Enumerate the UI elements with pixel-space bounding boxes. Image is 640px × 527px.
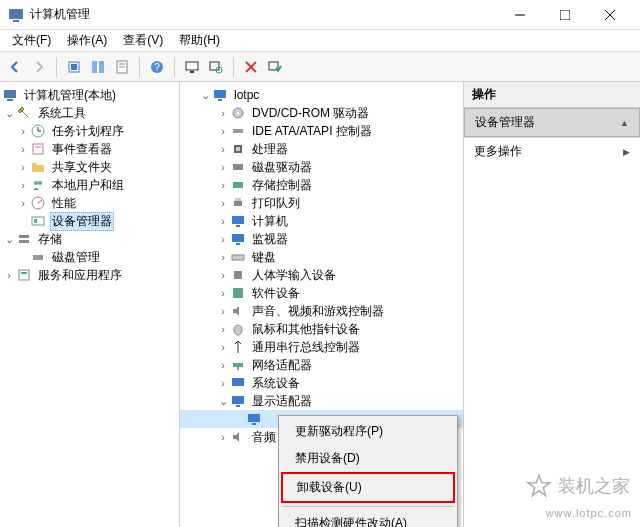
help-button[interactable]: ? (146, 56, 168, 78)
monitor-icon[interactable] (181, 56, 203, 78)
maximize-button[interactable] (542, 1, 587, 29)
expand-icon[interactable]: › (216, 287, 230, 299)
menu-view[interactable]: 查看(V) (115, 30, 171, 51)
watermark-url: www.lotpc.com (546, 507, 632, 519)
up-button[interactable] (63, 56, 85, 78)
expand-icon[interactable]: › (16, 197, 30, 209)
expand-icon[interactable]: › (216, 215, 230, 227)
device-audio-video[interactable]: ›声音、视频和游戏控制器 (180, 302, 463, 320)
show-hide-button[interactable] (87, 56, 109, 78)
expand-icon[interactable]: › (216, 233, 230, 245)
close-button[interactable] (587, 1, 632, 29)
device-dvd[interactable]: ›DVD/CD-ROM 驱动器 (180, 104, 463, 122)
expand-icon[interactable]: › (16, 161, 30, 173)
scan-icon[interactable] (205, 56, 227, 78)
device-monitor[interactable]: ›监视器 (180, 230, 463, 248)
ctx-update-driver[interactable]: 更新驱动程序(P) (281, 418, 455, 445)
collapse-icon[interactable]: ⌄ (2, 107, 16, 120)
actions-more[interactable]: 更多操作 ▶ (464, 138, 640, 165)
tree-local-users[interactable]: › 本地用户和组 (0, 176, 179, 194)
expand-icon[interactable]: › (216, 107, 230, 119)
tree-label: 磁盘管理 (50, 249, 102, 266)
console-tree[interactable]: 计算机管理(本地) ⌄ 系统工具 › 任务计划程序 › 事件查看器 › 共享文件… (0, 86, 179, 284)
tree-disk-mgmt[interactable]: 磁盘管理 (0, 248, 179, 266)
ctx-disable-device[interactable]: 禁用设备(D) (281, 445, 455, 472)
device-ide[interactable]: ›IDE ATA/ATAPI 控制器 (180, 122, 463, 140)
device-mouse[interactable]: ›鼠标和其他指针设备 (180, 320, 463, 338)
expand-icon[interactable]: › (216, 377, 230, 389)
expand-icon[interactable]: › (216, 431, 230, 443)
performance-icon (30, 195, 46, 211)
audio-io-icon (230, 429, 246, 445)
expand-icon[interactable]: › (216, 125, 230, 137)
tree-event-viewer[interactable]: › 事件查看器 (0, 140, 179, 158)
device-cpu[interactable]: ›处理器 (180, 140, 463, 158)
tree-performance[interactable]: › 性能 (0, 194, 179, 212)
ctx-uninstall-device[interactable]: 卸载设备(U) (281, 472, 455, 503)
device-computer[interactable]: ›计算机 (180, 212, 463, 230)
expand-icon[interactable]: › (16, 125, 30, 137)
expand-icon[interactable]: › (216, 341, 230, 353)
expand-icon[interactable]: › (216, 251, 230, 263)
svg-rect-39 (19, 270, 29, 280)
device-software[interactable]: ›软件设备 (180, 284, 463, 302)
expand-icon[interactable]: › (216, 359, 230, 371)
device-display[interactable]: ⌄显示适配器 (180, 392, 463, 410)
device-network[interactable]: ›网络适配器 (180, 356, 463, 374)
expand-icon[interactable]: › (2, 269, 16, 281)
menu-help[interactable]: 帮助(H) (171, 30, 228, 51)
expand-icon[interactable]: › (216, 323, 230, 335)
expand-icon[interactable]: › (216, 179, 230, 191)
tree-task-scheduler[interactable]: › 任务计划程序 (0, 122, 179, 140)
hid-icon (230, 267, 246, 283)
device-usb[interactable]: ›通用串行总线控制器 (180, 338, 463, 356)
device-system[interactable]: ›系统设备 (180, 374, 463, 392)
tree-device-manager[interactable]: 设备管理器 (0, 212, 179, 230)
device-tree[interactable]: ⌄ lotpc ›DVD/CD-ROM 驱动器 ›IDE ATA/ATAPI 控… (180, 86, 463, 446)
ctx-scan-hardware[interactable]: 扫描检测硬件改动(A) (281, 510, 455, 527)
svg-rect-54 (232, 234, 244, 242)
ide-icon (230, 123, 246, 139)
svg-rect-35 (19, 235, 29, 238)
services-icon (16, 267, 32, 283)
enable-icon[interactable] (264, 56, 286, 78)
device-hid[interactable]: ›人体学输入设备 (180, 266, 463, 284)
tree-storage[interactable]: ⌄ 存储 (0, 230, 179, 248)
device-disk[interactable]: ›磁盘驱动器 (180, 158, 463, 176)
expand-icon[interactable]: › (216, 197, 230, 209)
separator (174, 57, 175, 77)
menu-action[interactable]: 操作(A) (59, 30, 115, 51)
collapse-icon[interactable]: ⌄ (2, 233, 16, 246)
collapse-icon[interactable]: ⌄ (216, 395, 230, 408)
expand-icon[interactable]: › (16, 143, 30, 155)
tree-shared-folders[interactable]: › 共享文件夹 (0, 158, 179, 176)
expand-icon[interactable]: › (216, 161, 230, 173)
device-storage-ctrl[interactable]: ›存储控制器 (180, 176, 463, 194)
collapse-icon[interactable]: ⌄ (198, 89, 212, 102)
expand-icon[interactable]: › (216, 305, 230, 317)
svg-point-29 (34, 181, 38, 185)
actions-device-manager[interactable]: 设备管理器 ▲ (464, 108, 640, 137)
computer-icon (212, 87, 228, 103)
dvd-icon (230, 105, 246, 121)
storage-ctrl-icon (230, 177, 246, 193)
tree-label: 共享文件夹 (50, 159, 114, 176)
expand-icon[interactable]: › (216, 269, 230, 281)
delete-icon[interactable] (240, 56, 262, 78)
expand-icon[interactable]: › (16, 179, 30, 191)
tree-label: 服务和应用程序 (36, 267, 124, 284)
tree-label: 音频 (250, 429, 278, 446)
tree-services-apps[interactable]: › 服务和应用程序 (0, 266, 179, 284)
tree-system-tools[interactable]: ⌄ 系统工具 (0, 104, 179, 122)
device-print[interactable]: ›打印队列 (180, 194, 463, 212)
menu-file[interactable]: 文件(F) (4, 30, 59, 51)
expand-icon[interactable]: › (216, 143, 230, 155)
device-root[interactable]: ⌄ lotpc (180, 86, 463, 104)
back-button[interactable] (4, 56, 26, 78)
software-icon (230, 285, 246, 301)
svg-rect-22 (4, 90, 16, 98)
device-keyboard[interactable]: ›键盘 (180, 248, 463, 266)
properties-button[interactable] (111, 56, 133, 78)
minimize-button[interactable] (497, 1, 542, 29)
tree-root[interactable]: 计算机管理(本地) (0, 86, 179, 104)
